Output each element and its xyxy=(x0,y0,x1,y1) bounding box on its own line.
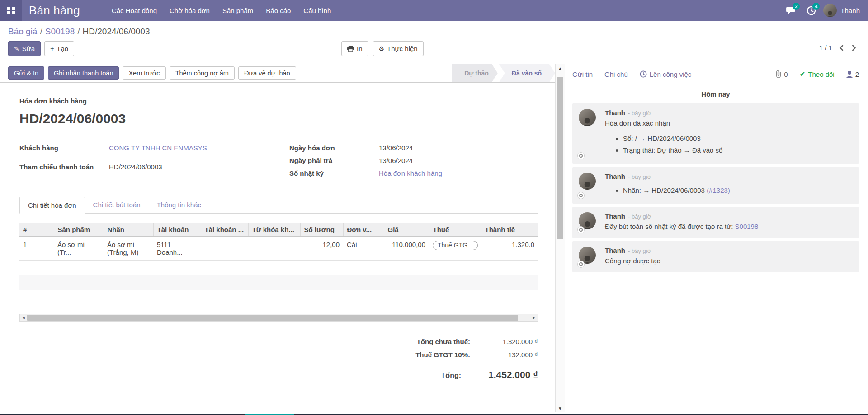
message-author[interactable]: Thanh xyxy=(605,247,625,254)
state-active[interactable]: Đã vào sổ xyxy=(499,64,555,82)
message-time: - bây giờ xyxy=(628,173,651,180)
message-author[interactable]: Thanh xyxy=(605,173,625,180)
pager-value: 1 / 1 xyxy=(819,44,832,51)
tracking-change: Nhãn: → HD/2024/06/0003 (#1323) xyxy=(623,186,853,196)
followers-button[interactable]: 2 xyxy=(846,70,859,78)
field-value: 13/06/2024 xyxy=(375,142,542,154)
user-menu[interactable]: Thanh xyxy=(823,4,860,17)
top-navbar: Bán hàng Các Hoạt độngChờ hóa đơnSản phẩ… xyxy=(0,0,868,21)
message-author[interactable]: Thanh xyxy=(605,109,625,117)
table-empty-row xyxy=(19,261,538,275)
send-message-button[interactable]: Gửi tin xyxy=(572,70,593,78)
workflow-button-4[interactable]: Đưa về dự thảo xyxy=(238,66,296,80)
schedule-activity-label: Lên công việc xyxy=(650,70,692,78)
chatter-toolbar: Gửi tin Ghi chú Lên công việc 0 ✔ xyxy=(572,64,859,84)
workflow-button-1[interactable]: Ghi nhận thanh toán xyxy=(48,66,119,80)
message-author-avatar xyxy=(579,109,596,126)
menu-item-3[interactable]: Báo cáo xyxy=(259,0,297,21)
field-label: Khách hàng xyxy=(19,142,105,161)
column-header[interactable]: # xyxy=(19,223,37,237)
column-header[interactable]: Từ khóa kh... xyxy=(248,223,300,237)
scroll-down-arrow-icon[interactable]: ▼ xyxy=(556,404,565,412)
state-inactive[interactable]: Dự thảo xyxy=(452,64,498,82)
breadcrumb-item-1[interactable]: S00198 xyxy=(45,27,75,36)
field-value[interactable]: CÔNG TY TNHH CN ENMASYS xyxy=(105,142,273,161)
column-header[interactable] xyxy=(37,223,54,237)
column-header[interactable]: Giá xyxy=(384,223,429,237)
column-header[interactable]: Thành tiề xyxy=(481,223,538,237)
message-link[interactable]: (#1323) xyxy=(707,187,730,194)
scroll-up-arrow-icon[interactable]: ▲ xyxy=(556,64,565,72)
message: Thanh- bây giờNhãn: → HD/2024/06/0003 (#… xyxy=(572,167,859,204)
menu-item-4[interactable]: Cấu hình xyxy=(297,0,337,21)
followers-count: 2 xyxy=(855,70,859,78)
attachments-button[interactable]: 0 xyxy=(775,70,788,78)
table-cell: 5111 Doanh... xyxy=(153,237,201,261)
column-header[interactable]: Sản phẩm xyxy=(54,223,104,237)
workflow-button-2[interactable]: Xem trước xyxy=(123,66,165,80)
message-list: Thanh- bây giờHóa đơn đã xác nhậnSố: / →… xyxy=(572,103,859,272)
field-value[interactable]: Hóa đơn khách hàng xyxy=(375,167,542,180)
pager-previous-button[interactable] xyxy=(839,44,844,51)
vertical-scrollbar[interactable]: ▲ ▼ xyxy=(555,64,565,412)
message-link[interactable]: S00198 xyxy=(735,223,759,230)
total-value: 132.000 ₫ xyxy=(470,351,538,359)
app-name[interactable]: Bán hàng xyxy=(22,4,87,18)
table-cell: 12,00 xyxy=(300,237,343,261)
horizontal-scroll-thumb[interactable] xyxy=(27,315,518,321)
tax-badge[interactable]: Thuế GTG... xyxy=(433,241,478,250)
column-header[interactable]: Tài khoản xyxy=(153,223,201,237)
print-button[interactable]: In xyxy=(341,41,368,56)
person-icon xyxy=(846,71,853,78)
document-type-label: Hóa đơn khách hàng xyxy=(19,97,555,105)
document-name: HD/2024/06/0003 xyxy=(19,111,555,126)
user-avatar xyxy=(823,4,837,17)
message: Thanh- bây giờCông nợ được tạo xyxy=(572,241,859,272)
action-button-label: Thực hiện xyxy=(387,45,418,52)
pager-next-button[interactable] xyxy=(851,44,857,51)
invoice-lines-table: #Sản phẩmNhãnTài khoảnTài khoản ...Từ kh… xyxy=(19,223,538,290)
schedule-activity-button[interactable]: Lên công việc xyxy=(640,70,692,78)
vertical-scroll-thumb[interactable] xyxy=(557,77,563,239)
tab-1[interactable]: Chi tiết bút toán xyxy=(85,197,149,213)
tab-0[interactable]: Chi tiết hóa đơn xyxy=(19,197,85,214)
message: Thanh- bây giờĐây bút toán sổ nhật ký đã… xyxy=(572,207,859,238)
breadcrumb: Báo giá/S00198/HD/2024/06/0003 xyxy=(8,27,868,41)
menu-item-0[interactable]: Các Hoạt động xyxy=(105,0,163,21)
workflow-buttons: Gửi & InGhi nhận thanh toánXem trướcThêm… xyxy=(0,66,296,80)
workflow-button-3[interactable]: Thêm công nợ âm xyxy=(170,66,235,80)
date-divider: Hôm nay xyxy=(572,90,859,98)
edit-button[interactable]: ✎ Sửa xyxy=(8,41,41,56)
log-note-button[interactable]: Ghi chú xyxy=(604,70,628,78)
action-gear-button[interactable]: ⚙ Thực hiện xyxy=(373,41,424,56)
messages-icon[interactable]: 2 xyxy=(783,3,799,18)
column-header[interactable]: Thuế xyxy=(429,223,481,237)
follow-button[interactable]: ✔ Theo dõi xyxy=(800,70,835,78)
column-header[interactable]: Số lượng xyxy=(300,223,343,237)
column-header[interactable]: Nhãn xyxy=(104,223,153,237)
column-header[interactable]: Tài khoản ... xyxy=(201,223,248,237)
workflow-button-0[interactable]: Gửi & In xyxy=(8,66,44,80)
message-author[interactable]: Thanh xyxy=(605,212,625,220)
column-header[interactable]: Đơn v... xyxy=(343,223,384,237)
total-label: Thuế GTGT 10%: xyxy=(375,351,470,359)
scroll-left-arrow-icon[interactable]: ◂ xyxy=(20,314,27,321)
horizontal-scrollbar[interactable]: ◂ ▸ xyxy=(19,314,538,322)
scroll-right-arrow-icon[interactable]: ▸ xyxy=(530,314,538,321)
tab-2[interactable]: Thông tin khác xyxy=(149,197,209,213)
table-cell: Áo sơ mi (Tr... xyxy=(54,237,104,261)
tracking-change: Trạng thái: Dự thảo → Đã vào sổ xyxy=(623,145,853,156)
breadcrumb-item-0[interactable]: Báo giá xyxy=(8,27,37,36)
apps-menu-icon[interactable] xyxy=(0,0,22,21)
table-row[interactable]: 1Áo sơ mi (Tr...Áo sơ mi (Trắng, M)5111 … xyxy=(19,237,538,261)
menu-item-2[interactable]: Sản phẩm xyxy=(216,0,259,21)
table-cell: Áo sơ mi (Trắng, M) xyxy=(104,237,153,261)
grand-total-label: Tổng: xyxy=(375,372,461,380)
activities-icon[interactable]: 4 xyxy=(803,3,819,18)
menu-item-1[interactable]: Chờ hóa đơn xyxy=(163,0,216,21)
field-groups: Khách hàngCÔNG TY TNHH CN ENMASYSTham ch… xyxy=(19,142,555,180)
total-label: Tổng chưa thuế: xyxy=(375,338,470,345)
create-button[interactable]: + Tạo xyxy=(44,41,74,56)
user-name: Thanh xyxy=(840,7,860,14)
chatter: Gửi tin Ghi chú Lên công việc 0 ✔ xyxy=(565,64,868,412)
